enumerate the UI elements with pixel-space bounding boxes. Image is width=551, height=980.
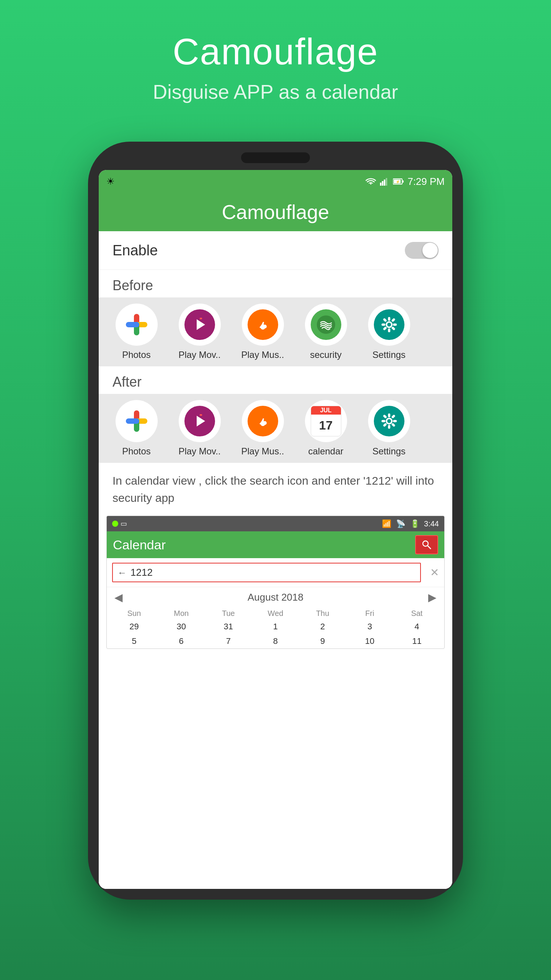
nested-signal-icon: 📡 — [396, 519, 406, 528]
search-back-arrow[interactable]: ← — [117, 567, 127, 578]
nested-search-button[interactable] — [415, 535, 438, 554]
nested-status-right: 📶 📡 🔋 3:44 — [382, 519, 439, 528]
search-clear-button[interactable]: ✕ — [430, 566, 439, 579]
calendar-icon-month: JUL — [311, 406, 341, 415]
cal-day-10[interactable]: 10 — [346, 634, 393, 648]
after-play-music-icon — [248, 406, 278, 436]
day-header-tue: Tue — [205, 608, 252, 619]
cal-day-5[interactable]: 5 — [111, 634, 158, 648]
after-label: After — [99, 366, 452, 394]
after-calendar-icon: JUL 17 — [311, 406, 341, 436]
search-input-row: ← 1212 ✕ — [107, 558, 444, 587]
svg-point-27 — [263, 421, 267, 425]
battery-icon: ⚡ — [393, 178, 404, 185]
cal-day-1[interactable]: 1 — [252, 619, 299, 634]
page-title: Camouflage — [173, 31, 378, 73]
after-play-movies-icon — [184, 406, 215, 436]
day-header-sat: Sat — [393, 608, 440, 619]
after-play-music-circle — [242, 400, 284, 442]
before-play-music-icon — [248, 309, 278, 340]
app-bar-title: Camouflage — [222, 201, 329, 224]
svg-line-40 — [427, 546, 431, 549]
wifi-icon — [365, 177, 376, 186]
svg-rect-19 — [393, 323, 397, 326]
after-play-movies-circle — [179, 400, 221, 442]
before-settings-label: Settings — [372, 350, 406, 360]
enable-row: Enable — [99, 231, 452, 270]
svg-point-11 — [263, 325, 267, 328]
after-calendar-label: calendar — [308, 446, 343, 457]
day-header-fri: Fri — [346, 608, 393, 619]
before-play-movies-item[interactable]: Play Mov.. — [168, 304, 231, 360]
svg-marker-8 — [197, 319, 205, 330]
calendar-prev-button[interactable]: ◀ — [114, 591, 123, 604]
svg-rect-6 — [403, 180, 404, 183]
cal-day-30[interactable]: 30 — [158, 619, 205, 634]
calendar-days-header: Sun Mon Tue Wed Thu Fri Sat — [107, 608, 444, 619]
after-icon-grid: Photos Play Mov.. — [99, 394, 452, 463]
nested-calendar-screenshot: ▭ 📶 📡 🔋 3:44 Calendar — [106, 516, 445, 649]
cal-day-31[interactable]: 31 — [205, 619, 252, 634]
before-settings-item[interactable]: Settings — [357, 304, 421, 360]
before-photos-icon-circle — [116, 304, 158, 346]
cal-day-3[interactable]: 3 — [346, 619, 393, 634]
nested-battery-indicator: 🔋 — [410, 519, 420, 528]
before-security-label: security — [310, 350, 342, 360]
before-play-music-circle — [242, 304, 284, 346]
svg-rect-32 — [388, 425, 390, 429]
cal-day-8[interactable]: 8 — [252, 634, 299, 648]
cal-day-9[interactable]: 9 — [299, 634, 346, 648]
svg-point-39 — [423, 541, 428, 546]
after-play-music-item[interactable]: Play Mus.. — [231, 400, 294, 457]
toggle-thumb — [422, 243, 438, 258]
cal-day-11[interactable]: 11 — [393, 634, 440, 648]
nested-battery-icon: ▭ — [121, 519, 127, 528]
enable-toggle[interactable] — [405, 242, 439, 259]
before-play-music-item[interactable]: Play Mus.. — [231, 304, 294, 360]
phone-speaker — [241, 152, 310, 163]
before-label: Before — [99, 270, 452, 297]
svg-rect-3 — [386, 178, 387, 186]
instruction-text: In calendar view , click the search icon… — [99, 463, 452, 516]
search-input-box[interactable]: ← 1212 — [112, 563, 421, 582]
before-security-circle — [305, 304, 347, 346]
before-play-movies-label: Play Mov.. — [178, 350, 220, 360]
enable-label: Enable — [112, 242, 158, 259]
search-value: 1212 — [130, 567, 153, 578]
svg-rect-18 — [381, 323, 385, 326]
calendar-days-row2: 5 6 7 8 9 10 11 — [107, 634, 444, 648]
cal-day-29[interactable]: 29 — [111, 619, 158, 634]
svg-rect-33 — [381, 420, 385, 422]
after-play-movies-item[interactable]: Play Mov.. — [168, 400, 231, 457]
calendar-month-label: August 2018 — [248, 591, 303, 603]
phone-screen: ☀ — [99, 170, 452, 889]
svg-rect-2 — [384, 180, 385, 186]
nested-time: 3:44 — [424, 519, 439, 528]
cal-day-4[interactable]: 4 — [393, 619, 440, 634]
day-header-thu: Thu — [299, 608, 346, 619]
cal-day-6[interactable]: 6 — [158, 634, 205, 648]
svg-rect-34 — [393, 420, 397, 422]
time-display: 7:29 PM — [408, 176, 445, 188]
calendar-next-button[interactable]: ▶ — [428, 591, 437, 604]
after-calendar-icon-circle: JUL 17 — [305, 400, 347, 442]
after-play-music-label: Play Mus.. — [241, 446, 284, 457]
day-header-sun: Sun — [111, 608, 158, 619]
svg-rect-31 — [388, 413, 390, 417]
after-settings-item[interactable]: Settings — [357, 400, 421, 457]
svg-text:⚡: ⚡ — [396, 180, 400, 184]
cal-day-7[interactable]: 7 — [205, 634, 252, 648]
calendar-icon-day: 17 — [311, 415, 341, 436]
nested-app-title: Calendar — [113, 537, 166, 552]
before-security-item[interactable]: security — [294, 304, 357, 360]
before-settings-circle — [368, 304, 410, 346]
after-calendar-item[interactable]: JUL 17 calendar — [294, 400, 357, 457]
cal-day-2[interactable]: 2 — [299, 619, 346, 634]
day-header-wed: Wed — [252, 608, 299, 619]
after-photos-item[interactable]: Photos — [105, 400, 168, 457]
signal-icon — [380, 177, 389, 186]
before-photos-item[interactable]: Photos — [105, 304, 168, 360]
svg-rect-1 — [382, 181, 383, 186]
phone-mockup: ☀ — [88, 142, 463, 900]
before-settings-icon — [374, 309, 404, 340]
